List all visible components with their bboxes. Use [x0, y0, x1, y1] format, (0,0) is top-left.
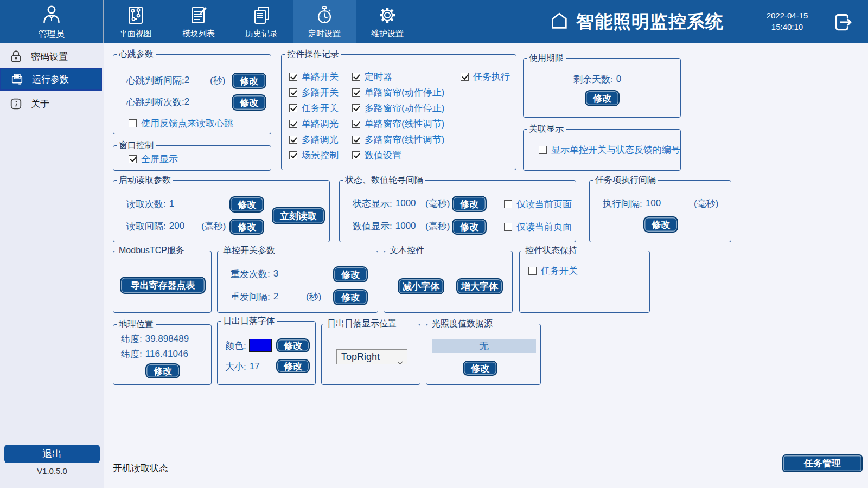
- checkbox-value-set[interactable]: 数值设置: [352, 150, 401, 160]
- increase-font-button[interactable]: 增大字体: [456, 278, 503, 294]
- checkbox-status-current-page-only[interactable]: 仅读当前页面: [504, 198, 572, 209]
- checkbox[interactable]: [539, 146, 547, 154]
- sidebar-item-password-settings[interactable]: 密码设置: [0, 46, 103, 67]
- checkbox-single-curtain-stop[interactable]: 单路窗帘(动作停止): [352, 87, 444, 98]
- modify-geo-button[interactable]: 修改: [145, 363, 180, 378]
- checkbox-fullscreen[interactable]: 全屏显示: [129, 153, 178, 164]
- tab-label: 定时设置: [308, 29, 341, 39]
- lux-source-select[interactable]: 无: [432, 339, 536, 353]
- checkbox[interactable]: [289, 151, 297, 159]
- decrease-font-button[interactable]: 减小字体: [398, 278, 444, 294]
- modify-heartbeat-interval-button[interactable]: 修改: [232, 73, 266, 89]
- checkbox-single-dim[interactable]: 单路调光: [289, 118, 339, 129]
- app-title: 智能照明监控系统: [576, 10, 724, 34]
- read-count-label: 读取次数:1: [126, 196, 174, 211]
- checkbox-multi-switch[interactable]: 多路开关: [289, 87, 339, 98]
- checkbox[interactable]: [352, 88, 360, 97]
- checkbox-feedback-heartbeat[interactable]: 使用反馈点来读取心跳: [129, 118, 233, 129]
- exec-interval-unit: (毫秒): [694, 196, 718, 211]
- home-icon: [549, 10, 570, 33]
- group-sunrise-position: 日出日落显示位置 TopRight: [321, 324, 420, 385]
- resend-interval-unit: (秒): [306, 289, 321, 304]
- sidebar: 密码设置 运行参数 关于 退出 V1.0.5.0: [0, 43, 104, 488]
- checkbox-task-switch-keep[interactable]: 任务开关: [528, 265, 578, 276]
- modify-font-color-button[interactable]: 修改: [276, 338, 310, 352]
- checkbox-multi-curtain-stop[interactable]: 多路窗帘(动作停止): [352, 102, 444, 113]
- checkbox[interactable]: [461, 73, 469, 81]
- modify-exec-interval-button[interactable]: 修改: [643, 216, 678, 233]
- sidebar-item-about[interactable]: 关于: [0, 93, 103, 114]
- checkbox-timer[interactable]: 定时器: [352, 71, 392, 82]
- modify-lux-source-button[interactable]: 修改: [463, 361, 497, 376]
- main-area: 心跳参数 心跳判断间隔:2 (秒) 修改 心跳判断次数:2 修改 使用反馈点来读…: [104, 43, 868, 488]
- modify-heartbeat-count-button[interactable]: 修改: [232, 94, 266, 111]
- checkbox[interactable]: [352, 73, 360, 81]
- group-assoc-display: 关联显示 显示单控开关与状态反馈的编号: [523, 129, 681, 171]
- sunrise-position-select[interactable]: TopRight: [336, 349, 407, 364]
- checkbox[interactable]: [352, 151, 360, 159]
- checkbox[interactable]: [289, 88, 297, 97]
- checkbox[interactable]: [289, 136, 297, 144]
- modify-value-display-button[interactable]: 修改: [452, 219, 487, 235]
- checkbox-multi-curtain-linear[interactable]: 多路窗帘(线性调节): [352, 134, 444, 145]
- checkbox-value-current-page-only[interactable]: 仅读当前页面: [504, 221, 572, 232]
- checkbox-single-switch[interactable]: 单路开关: [289, 71, 339, 82]
- checkbox[interactable]: [352, 120, 360, 128]
- group-title: 日出日落字体: [221, 316, 277, 327]
- remaining-days-value: 0: [616, 74, 621, 85]
- modify-status-display-button[interactable]: 修改: [452, 196, 487, 212]
- group-title: 控件操作记录: [285, 49, 341, 60]
- tab-maintenance-settings[interactable]: 维护设置: [356, 0, 419, 43]
- tab-plan-view[interactable]: 平面视图: [104, 0, 167, 43]
- tab-module-list[interactable]: 模块列表: [167, 0, 230, 43]
- status-display-value: 1000: [395, 198, 416, 209]
- font-color-label: 颜色:: [225, 338, 246, 353]
- group-title: ModbusTCP服务: [117, 245, 187, 256]
- gear-icon: [376, 4, 398, 28]
- modify-read-interval-button[interactable]: 修改: [229, 219, 264, 235]
- tab-label: 维护设置: [371, 29, 404, 39]
- modify-usage-limit-button[interactable]: 修改: [585, 90, 620, 106]
- sidebar-item-run-params[interactable]: 运行参数: [0, 68, 102, 91]
- checkbox-scene-control[interactable]: 场景控制: [289, 150, 339, 160]
- group-startup-read: 启动读取参数 读取次数:1 修改 读取间隔:200 (毫秒) 修改 立刻读取: [113, 180, 330, 242]
- modify-resend-interval-button[interactable]: 修改: [333, 289, 368, 305]
- group-title: 光照度值数据源: [430, 318, 495, 330]
- group-poll-interval: 状态、数值轮寻间隔 状态显示:1000 (毫秒) 修改 仅读当前页面 数值显示:…: [339, 180, 576, 242]
- checkbox[interactable]: [504, 200, 512, 208]
- modify-font-size-button[interactable]: 修改: [276, 359, 310, 373]
- checkbox-task-switch[interactable]: 任务开关: [289, 102, 339, 113]
- person-icon: [41, 4, 62, 28]
- chevron-down-icon: [397, 356, 403, 368]
- exit-button[interactable]: 退出: [4, 445, 100, 463]
- export-register-table-button[interactable]: 导出寄存器点表: [120, 277, 206, 294]
- checkbox[interactable]: [289, 73, 297, 81]
- checkbox-task-exec[interactable]: 任务执行: [461, 71, 510, 82]
- resend-interval-label: 重发间隔:2: [231, 289, 278, 304]
- checkbox[interactable]: [289, 104, 297, 112]
- tab-history[interactable]: 历史记录: [230, 0, 293, 43]
- read-now-button[interactable]: 立刻读取: [272, 207, 325, 224]
- heartbeat-interval-label: 心跳判断间隔:2: [126, 73, 189, 88]
- read-interval-unit: (毫秒): [201, 219, 226, 234]
- checkbox-multi-dim[interactable]: 多路调光: [289, 134, 339, 145]
- top-bar: 管理员 平面视图 模块: [0, 0, 868, 43]
- checkbox-show-switch-feedback-number[interactable]: 显示单控开关与状态反馈的编号: [539, 144, 680, 155]
- checkbox[interactable]: [129, 155, 137, 163]
- checkbox[interactable]: [528, 267, 537, 275]
- task-manage-button[interactable]: 任务管理: [782, 454, 863, 472]
- checkbox[interactable]: [129, 119, 137, 127]
- version-text: V1.0.5.0: [0, 466, 104, 476]
- checkbox[interactable]: [352, 104, 360, 112]
- modify-resend-count-button[interactable]: 修改: [333, 266, 368, 282]
- checkbox[interactable]: [289, 120, 297, 128]
- logout-icon[interactable]: [831, 11, 854, 34]
- checkbox[interactable]: [504, 223, 512, 231]
- checkbox-single-curtain-linear[interactable]: 单路窗帘(线性调节): [352, 118, 444, 129]
- tab-timer-settings[interactable]: 定时设置: [293, 0, 356, 43]
- modify-read-count-button[interactable]: 修改: [229, 196, 264, 213]
- remaining-days-label: 剩余天数:0: [573, 72, 621, 87]
- heartbeat-interval-unit: (秒): [210, 73, 225, 88]
- checkbox-label: 显示单控开关与状态反馈的编号: [551, 144, 680, 156]
- checkbox[interactable]: [352, 136, 360, 144]
